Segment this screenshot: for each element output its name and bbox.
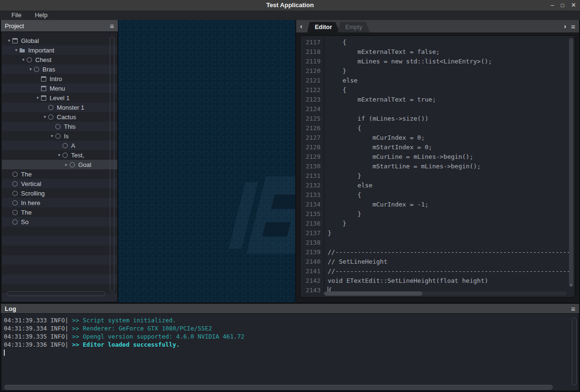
- circle-icon: [55, 124, 61, 129]
- caret-down-icon[interactable]: ▾: [41, 114, 48, 119]
- log-horizontal-scrollbar[interactable]: [4, 385, 553, 390]
- tree-item-menu[interactable]: Menu: [2, 83, 118, 93]
- menu-file[interactable]: File: [5, 10, 28, 20]
- code-line[interactable]: 2124: [300, 104, 575, 114]
- tree-item-a[interactable]: A: [2, 141, 118, 150]
- tree-item-this[interactable]: This: [2, 122, 118, 131]
- line-number: 2127: [300, 133, 324, 143]
- menu-bar: File Help: [0, 10, 580, 20]
- tab-editor[interactable]: Editor: [307, 22, 340, 32]
- tree-item-intro[interactable]: Intro: [2, 74, 118, 83]
- caret-down-icon[interactable]: ▾: [20, 57, 27, 62]
- line-text: if (mLines->size()): [324, 114, 575, 124]
- code-line[interactable]: 2123 mExternalText = true;: [300, 95, 575, 104]
- close-icon[interactable]: ✕: [571, 0, 576, 10]
- tree-item-global[interactable]: ▾Global: [2, 36, 118, 45]
- line-number: 2136: [300, 219, 324, 228]
- scene-viewport[interactable]: [118, 20, 295, 302]
- caret-down-icon[interactable]: ▾: [56, 153, 62, 157]
- caret-down-icon[interactable]: ▾: [27, 67, 34, 72]
- code-line[interactable]: 2119 mLines = new std::list<LineEntry>()…: [300, 57, 575, 66]
- project-vertical-scrollbar[interactable]: [110, 37, 114, 292]
- circle-icon: [34, 67, 39, 72]
- code-line[interactable]: 2125 if (mLines->size()): [300, 114, 575, 124]
- code-line[interactable]: 2132 else: [300, 181, 575, 190]
- code-editor[interactable]: 2117 {2118 mExternalText = false;2119 mL…: [300, 35, 575, 298]
- tree-item-label: Goal: [78, 161, 91, 168]
- tab-empty[interactable]: Empty: [338, 22, 370, 32]
- log-output[interactable]: 04:31:39.333 INFO| >> Script system init…: [1, 313, 579, 391]
- code-line[interactable]: 2137}: [300, 228, 575, 238]
- editor-horizontal-scrollbar-thumb[interactable]: [324, 291, 422, 296]
- code-line[interactable]: 2130 mStartLine = mLines->begin();: [300, 162, 575, 171]
- log-message: >> Script system initialized.: [72, 317, 176, 324]
- caret-down-icon[interactable]: ▾: [13, 48, 20, 52]
- circle-icon: [62, 153, 68, 158]
- project-menu-icon[interactable]: ≡: [110, 22, 114, 30]
- editor-horizontal-scrollbar[interactable]: [323, 291, 567, 296]
- tree-item-label: Test,: [71, 152, 84, 159]
- code-line[interactable]: 2121 else: [300, 76, 575, 85]
- code-line[interactable]: 2127 mCurIndex = 0;: [300, 133, 575, 143]
- tree-item-bras[interactable]: ▾Bras: [2, 64, 118, 74]
- tree-item-chest[interactable]: ▾Chest: [2, 55, 118, 64]
- tree-item-important[interactable]: ▾Important: [2, 45, 118, 55]
- caret-down-icon[interactable]: ▾: [34, 95, 41, 100]
- code-line[interactable]: 2142void ETextEdit::SetLineHeight(float …: [300, 276, 575, 286]
- tree-item-the[interactable]: The: [2, 207, 118, 217]
- line-text: mStartLine = mLines->begin();: [324, 162, 575, 171]
- line-number: 2119: [300, 57, 324, 66]
- circle-icon: [62, 143, 68, 148]
- code-line[interactable]: 2134 mCurIndex = -1;: [300, 200, 575, 209]
- log-text-cursor: [4, 350, 5, 356]
- window-controls: – □ ✕: [551, 0, 576, 10]
- code-line[interactable]: 2128 mStartIndex = 0;: [300, 143, 575, 152]
- tree-item-the[interactable]: The: [2, 169, 118, 179]
- maximize-icon[interactable]: □: [561, 0, 564, 10]
- log-timestamp: 04:31:39.334 INFO|: [4, 325, 72, 332]
- caret-down-icon[interactable]: ▾: [6, 38, 12, 43]
- caret-down-icon[interactable]: ▾: [49, 134, 55, 138]
- project-horizontal-scrollbar[interactable]: [7, 291, 105, 296]
- tree-item-is[interactable]: ▾Is: [2, 131, 118, 141]
- code-line[interactable]: 2141//----------------------------------…: [300, 267, 575, 276]
- log-message: >> Editor loaded successfully.: [72, 341, 180, 348]
- code-line[interactable]: 2117 {: [300, 38, 575, 47]
- minimize-icon[interactable]: –: [551, 0, 554, 10]
- tree-item-level-1[interactable]: ▾Level 1: [2, 93, 118, 103]
- tree-item-goal[interactable]: ▸Goal: [2, 160, 118, 169]
- tree-item-so[interactable]: So: [2, 217, 118, 227]
- code-line[interactable]: 2140// SetLineHeight: [300, 257, 575, 267]
- tree-item-label: Bras: [42, 66, 55, 73]
- code-line[interactable]: 2139//----------------------------------…: [300, 248, 575, 257]
- log-menu-icon[interactable]: ≡: [571, 305, 575, 312]
- tree-item-monster-1[interactable]: Monster 1: [2, 103, 118, 112]
- code-line[interactable]: 2136 }: [300, 219, 575, 228]
- code-line[interactable]: 2135 }: [300, 209, 575, 219]
- caret-right-icon[interactable]: ▸: [63, 162, 70, 167]
- tree-item-test-[interactable]: ▾Test,: [2, 150, 118, 160]
- tree-empty-row: [2, 255, 118, 265]
- circle-icon: [55, 134, 61, 139]
- editor-vertical-scrollbar[interactable]: [569, 38, 573, 287]
- code-line[interactable]: 2122 {: [300, 85, 575, 95]
- code-line[interactable]: 2118 mExternalText = false;: [300, 47, 575, 57]
- tree-item-in-here[interactable]: In here: [2, 198, 118, 207]
- menu-help[interactable]: Help: [28, 10, 54, 20]
- tree-item-label: Cactus: [57, 113, 76, 121]
- tab-scroll-right-icon[interactable]: ›: [564, 20, 566, 32]
- line-text: // SetLineHeight: [324, 257, 575, 267]
- code-line[interactable]: 2120 }: [300, 66, 575, 76]
- log-timestamp: 04:31:39.335 INFO|: [4, 333, 72, 340]
- tree-item-cactus[interactable]: ▾Cactus: [2, 112, 118, 122]
- code-line[interactable]: 2129 mCurLine = mLines->begin();: [300, 152, 575, 162]
- log-vertical-scrollbar[interactable]: [572, 318, 577, 385]
- code-line[interactable]: 2126 {: [300, 124, 575, 133]
- tree-item-scrolling[interactable]: Scrolling: [2, 188, 118, 198]
- editor-menu-icon[interactable]: ≡: [571, 23, 575, 30]
- tree-item-vertical[interactable]: Vertical: [2, 179, 118, 188]
- code-line[interactable]: 2133 {: [300, 190, 575, 200]
- code-line[interactable]: 2131 }: [300, 171, 575, 181]
- code-line[interactable]: 2138: [300, 238, 575, 248]
- tab-scroll-left-icon[interactable]: ‹: [296, 20, 306, 32]
